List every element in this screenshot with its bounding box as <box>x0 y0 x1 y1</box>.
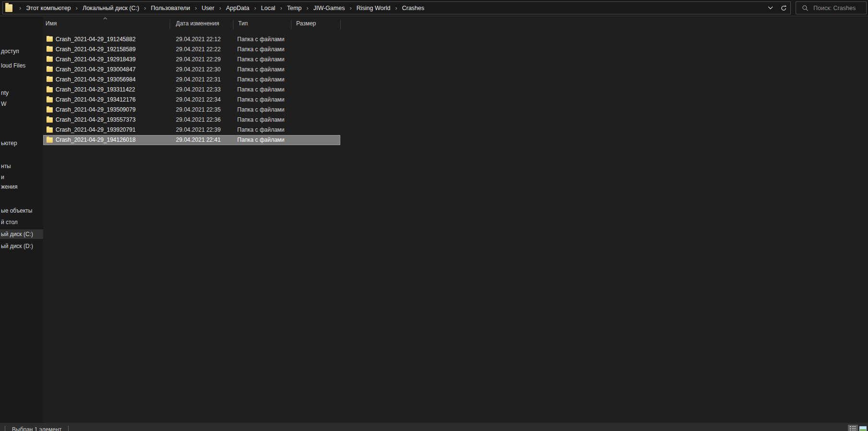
column-headers: Имя Дата изменения Тип Размер <box>41 17 340 30</box>
chevron-right-icon[interactable]: › <box>250 4 260 11</box>
refresh-button[interactable] <box>777 2 790 14</box>
search-input[interactable]: Поиск: Crashes <box>796 1 867 14</box>
folder-icon <box>5 4 12 12</box>
folder-icon <box>46 87 53 92</box>
sidebar-item[interactable]: и <box>0 172 43 182</box>
search-icon <box>802 5 809 11</box>
sidebar-item[interactable]: ые объекты <box>0 206 43 216</box>
file-date: 29.04.2021 22:22 <box>170 46 233 53</box>
file-name: Crash_2021-04-29_193557373 <box>56 116 136 123</box>
chevron-right-icon[interactable]: › <box>215 4 225 11</box>
file-type: Папка с файлами <box>233 36 291 43</box>
file-date: 29.04.2021 22:33 <box>170 86 233 93</box>
file-type: Папка с файлами <box>233 86 291 93</box>
column-divider[interactable] <box>170 20 170 29</box>
file-area: доступloud FilesntyWьютернтыиженияые объ… <box>0 17 868 423</box>
table-row[interactable]: Crash_2021-04-29_192158589 29.04.2021 22… <box>43 44 340 54</box>
column-header-date[interactable]: Дата изменения <box>170 17 233 30</box>
file-date: 29.04.2021 22:31 <box>170 76 233 83</box>
file-name: Crash_2021-04-29_193004847 <box>56 66 136 73</box>
file-name: Crash_2021-04-29_191245882 <box>56 36 136 43</box>
file-date: 29.04.2021 22:39 <box>170 126 233 133</box>
sidebar-item[interactable]: ый диск (C:) <box>0 229 43 239</box>
view-switcher <box>848 425 868 431</box>
table-row[interactable]: Crash_2021-04-29_192918439 29.04.2021 22… <box>43 54 340 64</box>
breadcrumb-item[interactable]: AppData <box>225 3 251 13</box>
table-row[interactable]: Crash_2021-04-29_193311422 29.04.2021 22… <box>43 84 340 94</box>
sidebar-item[interactable]: nty <box>0 88 43 98</box>
chevron-right-icon[interactable]: › <box>72 4 81 11</box>
sidebar-item[interactable]: нты <box>0 161 43 171</box>
folder-icon <box>46 67 53 72</box>
file-date: 29.04.2021 22:36 <box>170 116 233 123</box>
file-type: Папка с файлами <box>233 66 291 73</box>
file-date: 29.04.2021 22:30 <box>170 66 233 73</box>
breadcrumb-item[interactable]: Temp <box>286 3 303 13</box>
selection-status: Выбран 1 элемент <box>5 426 69 431</box>
breadcrumb-item[interactable]: User <box>201 3 215 13</box>
chevron-right-icon[interactable]: › <box>346 4 355 11</box>
folder-icon <box>46 97 53 102</box>
breadcrumb-item[interactable]: JIW-Games <box>312 3 346 13</box>
sidebar-item[interactable]: жения <box>0 182 43 192</box>
file-type: Папка с файлами <box>233 46 291 53</box>
table-row[interactable]: Crash_2021-04-29_193412176 29.04.2021 22… <box>43 95 340 105</box>
file-date: 29.04.2021 22:29 <box>170 56 233 63</box>
column-divider[interactable] <box>233 20 233 29</box>
details-view-icon <box>850 426 856 431</box>
table-row[interactable]: Crash_2021-04-29_194126018 29.04.2021 22… <box>43 135 340 145</box>
file-type: Папка с файлами <box>233 106 291 113</box>
table-row[interactable]: Crash_2021-04-29_193509079 29.04.2021 22… <box>43 105 340 115</box>
breadcrumb-item[interactable]: Rising World <box>356 3 392 13</box>
column-header-type[interactable]: Тип <box>233 17 291 30</box>
breadcrumb-item[interactable]: Crashes <box>401 3 426 13</box>
sidebar-item[interactable]: W <box>0 99 43 109</box>
sidebar-item[interactable]: доступ <box>0 46 43 56</box>
table-row[interactable]: Crash_2021-04-29_193920791 29.04.2021 22… <box>43 125 340 135</box>
folder-icon <box>46 127 53 133</box>
file-name: Crash_2021-04-29_194126018 <box>56 136 136 143</box>
chevron-right-icon[interactable]: › <box>302 4 312 11</box>
address-dropdown-button[interactable] <box>764 2 777 14</box>
large-icons-view-button[interactable] <box>858 425 868 431</box>
chevron-right-icon[interactable]: › <box>391 4 401 11</box>
chevron-right-icon[interactable]: › <box>191 4 200 11</box>
file-type: Папка с файлами <box>233 116 291 123</box>
file-name: Crash_2021-04-29_193311422 <box>56 86 135 93</box>
folder-icon <box>46 46 53 52</box>
folder-icon <box>46 57 53 62</box>
column-header-size[interactable]: Размер <box>291 17 340 30</box>
sort-ascending-icon <box>103 17 107 20</box>
address-bar[interactable]: › Этот компьютер›Локальный диск (C:)›Пол… <box>2 1 791 14</box>
column-divider[interactable] <box>340 20 341 29</box>
table-row[interactable]: Crash_2021-04-29_193557373 29.04.2021 22… <box>43 115 340 125</box>
file-date: 29.04.2021 22:41 <box>170 136 233 143</box>
file-name: Crash_2021-04-29_193056984 <box>56 76 136 83</box>
table-row[interactable]: Crash_2021-04-29_193004847 29.04.2021 22… <box>43 64 340 74</box>
sidebar-item[interactable]: й стол <box>0 217 43 227</box>
sidebar-item[interactable]: loud Files <box>0 61 43 70</box>
breadcrumb-item[interactable]: Local <box>260 3 277 13</box>
large-icons-view-icon <box>859 426 867 431</box>
chevron-right-icon[interactable]: › <box>140 4 150 11</box>
chevron-down-icon <box>768 6 773 10</box>
sidebar-item[interactable]: ьютер <box>0 138 43 148</box>
folder-icon <box>46 36 53 42</box>
file-type: Папка с файлами <box>233 136 291 143</box>
file-name: Crash_2021-04-29_193509079 <box>56 106 136 113</box>
file-list: Crash_2021-04-29_191245882 29.04.2021 22… <box>43 34 340 145</box>
breadcrumb-item[interactable]: Локальный диск (C:) <box>81 3 140 13</box>
file-type: Папка с файлами <box>233 96 291 103</box>
chevron-right-icon[interactable]: › <box>276 4 286 11</box>
table-row[interactable]: Crash_2021-04-29_191245882 29.04.2021 22… <box>43 34 340 44</box>
file-name: Crash_2021-04-29_192158589 <box>56 46 136 53</box>
breadcrumb-item[interactable]: Пользователи <box>150 3 191 13</box>
breadcrumb-item[interactable]: Этот компьютер <box>25 3 71 13</box>
chevron-right-icon[interactable]: › <box>15 4 25 11</box>
file-date: 29.04.2021 22:34 <box>170 96 233 103</box>
sidebar-item[interactable]: ый диск (D:) <box>0 241 43 251</box>
column-divider[interactable] <box>291 20 291 29</box>
table-row[interactable]: Crash_2021-04-29_193056984 29.04.2021 22… <box>43 74 340 84</box>
file-type: Папка с файлами <box>233 126 291 133</box>
details-view-button[interactable] <box>848 425 858 431</box>
